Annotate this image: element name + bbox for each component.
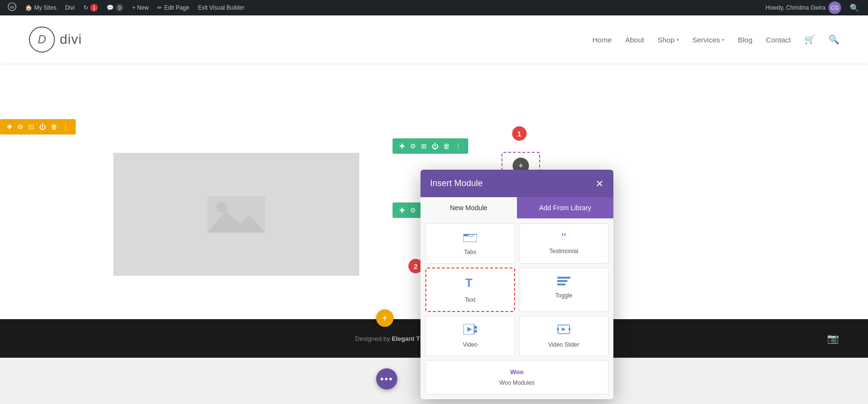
video-slider-module-label: Video Slider	[548, 341, 580, 348]
svg-text:T: T	[465, 276, 473, 289]
nav-blog[interactable]: Blog	[738, 36, 752, 44]
image-placeholder	[113, 153, 359, 276]
text-module-icon: T	[464, 276, 476, 293]
woo-module-icon: Woo	[510, 368, 524, 376]
modal-body: Tabs " Testimonial T Text	[420, 218, 613, 399]
svg-marker-13	[467, 327, 472, 332]
module-tabs[interactable]: Tabs	[425, 223, 515, 264]
nav-services[interactable]: Services ▾	[692, 36, 725, 44]
row1-add-icon[interactable]: ✚	[397, 141, 407, 151]
page-area: ✚ ⚙ ⊡ ⏻ 🗑 ⋮ ✚ ⚙ ⊞ ⏻ 🗑 ⋮ ✚ ⚙ 1 2 +	[0, 64, 868, 319]
sites-icon: 🏠	[25, 4, 32, 11]
module-testimonial[interactable]: " Testimonial	[519, 223, 609, 264]
section-toolbar: ✚ ⚙ ⊡ ⏻ 🗑 ⋮	[0, 119, 76, 135]
tabs-module-label: Tabs	[464, 249, 476, 256]
svg-rect-19	[569, 328, 570, 330]
row2-settings-icon[interactable]: ⚙	[408, 205, 418, 215]
row1-disable-icon[interactable]: ⏻	[430, 141, 440, 151]
insert-module-modal: Insert Module ✕ New Module Add From Libr…	[420, 170, 613, 399]
row1-layout-icon[interactable]: ⊞	[419, 141, 429, 151]
svg-rect-15	[475, 330, 477, 333]
toggle-module-icon	[557, 276, 570, 288]
svg-rect-10	[557, 280, 568, 282]
modal-header: Insert Module ✕	[420, 170, 613, 197]
text-module-label: Text	[465, 296, 475, 303]
module-toggle[interactable]: Toggle	[519, 268, 609, 312]
admin-bar-right: Howdy, Christina Gwira CG 🔍	[762, 0, 864, 15]
svg-rect-11	[557, 283, 566, 285]
row1-settings-icon[interactable]: ⚙	[408, 141, 418, 151]
section-more-icon[interactable]: ⋮	[60, 122, 71, 132]
module-text[interactable]: T Text	[425, 268, 515, 312]
nav-shop[interactable]: Shop ▾	[658, 36, 679, 44]
admin-search-button[interactable]: 🔍	[845, 0, 864, 15]
row1-delete-icon[interactable]: 🗑	[441, 141, 452, 151]
comments-icon: 💬	[107, 4, 114, 11]
row1-more-icon[interactable]: ⋮	[453, 141, 463, 151]
svg-text:W: W	[10, 4, 15, 9]
svg-marker-17	[562, 327, 566, 331]
row-toolbar-1: ✚ ⚙ ⊞ ⏻ 🗑 ⋮	[393, 138, 468, 154]
svg-rect-6	[463, 234, 468, 236]
row-toolbar-2: ✚ ⚙	[393, 202, 423, 218]
divi-menu[interactable]: Divi	[61, 0, 79, 15]
nav-contact[interactable]: Contact	[766, 36, 791, 44]
site-header: D divi Home About Shop ▾ Services ▾ Blog…	[0, 15, 868, 64]
tab-new-module[interactable]: New Module	[420, 197, 517, 218]
svg-rect-14	[475, 326, 477, 329]
nav-about[interactable]: About	[625, 36, 644, 44]
edit-icon: ✏	[157, 4, 162, 11]
module-video[interactable]: Video	[425, 316, 515, 356]
shop-chevron-icon: ▾	[677, 37, 679, 42]
wp-logo[interactable]: W	[4, 0, 20, 15]
wp-icon: W	[8, 2, 16, 13]
testimonial-module-label: Testimonial	[549, 248, 578, 255]
edit-page-button[interactable]: ✏ Edit Page	[153, 0, 193, 15]
testimonial-module-icon: "	[561, 231, 566, 244]
comments-menu[interactable]: 💬 0	[103, 0, 127, 15]
bottom-fab-button[interactable]: •••	[376, 368, 397, 390]
main-nav: Home About Shop ▾ Services ▾ Blog Contac…	[592, 34, 839, 45]
video-slider-module-icon	[557, 324, 570, 337]
updates-menu[interactable]: ↻ 1	[80, 0, 102, 15]
user-avatar: CG	[828, 1, 841, 14]
logo-text: divi	[60, 32, 82, 47]
video-module-label: Video	[463, 341, 477, 348]
updates-icon: ↻	[83, 4, 88, 11]
admin-bar: W 🏠 My Sites Divi ↻ 1 💬 0 + New ✏ Edit P…	[0, 0, 868, 15]
nav-search-icon[interactable]: 🔍	[828, 34, 839, 45]
user-greeting[interactable]: Howdy, Christina Gwira CG	[762, 0, 845, 15]
section-settings-icon[interactable]: ⚙	[15, 122, 26, 132]
svg-point-4	[217, 202, 228, 213]
nav-home[interactable]: Home	[592, 36, 611, 44]
row2-add-icon[interactable]: ✚	[397, 205, 407, 215]
module-woo[interactable]: Woo Woo Modules	[425, 360, 609, 394]
toggle-module-label: Toggle	[555, 292, 572, 299]
module-video-slider[interactable]: Video Slider	[519, 316, 609, 356]
section-duplicate-icon[interactable]: ⊡	[27, 122, 36, 132]
video-module-icon	[463, 324, 477, 337]
my-sites-menu[interactable]: 🏠 My Sites	[21, 0, 60, 15]
tab-add-from-library[interactable]: Add From Library	[517, 197, 613, 218]
section-delete-icon[interactable]: 🗑	[49, 122, 59, 132]
modal-close-button[interactable]: ✕	[596, 179, 604, 189]
svg-rect-18	[557, 328, 559, 330]
instagram-icon[interactable]: 📷	[827, 333, 839, 344]
modal-title: Insert Module	[430, 178, 483, 189]
nav-cart-icon[interactable]: 🛒	[804, 34, 815, 45]
section-add-icon[interactable]: ✚	[5, 122, 14, 132]
svg-rect-9	[557, 277, 570, 279]
new-content-menu[interactable]: + New	[128, 0, 152, 15]
modal-tabs: New Module Add From Library	[420, 197, 613, 218]
services-chevron-icon: ▾	[722, 37, 724, 42]
tabs-module-icon	[463, 231, 477, 245]
woo-module-label: Woo Modules	[499, 379, 534, 386]
add-section-button[interactable]: +	[376, 310, 393, 327]
section-disable-icon[interactable]: ⏻	[37, 122, 48, 132]
exit-builder-button[interactable]: Exit Visual Builder	[194, 0, 248, 15]
site-logo[interactable]: D divi	[29, 27, 82, 53]
module-grid: Tabs " Testimonial T Text	[425, 223, 609, 356]
badge-1: 1	[512, 126, 527, 141]
logo-circle: D	[29, 27, 55, 53]
